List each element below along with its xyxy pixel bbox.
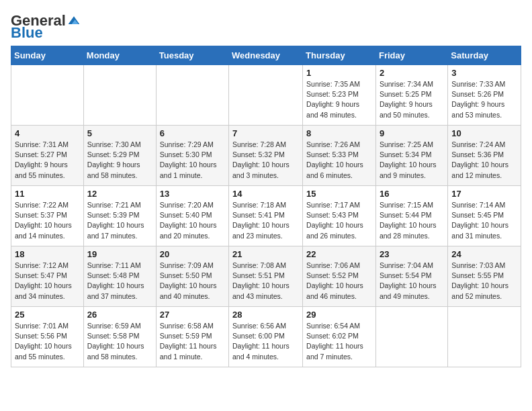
day-info: Sunrise: 6:54 AMSunset: 6:02 PMDaylight:…	[306, 321, 372, 362]
day-info: Sunrise: 7:06 AMSunset: 5:52 PMDaylight:…	[306, 261, 372, 302]
day-info: Sunrise: 7:17 AMSunset: 5:43 PMDaylight:…	[306, 200, 372, 241]
day-number: 20	[160, 249, 225, 259]
day-number: 7	[232, 128, 299, 138]
day-number: 23	[380, 249, 444, 259]
calendar-day-cell: 15Sunrise: 7:17 AMSunset: 5:43 PMDayligh…	[303, 186, 376, 246]
day-number: 10	[451, 128, 517, 138]
day-info: Sunrise: 7:11 AMSunset: 5:48 PMDaylight:…	[87, 261, 152, 302]
day-number: 16	[380, 189, 444, 199]
calendar-day-cell: 14Sunrise: 7:18 AMSunset: 5:41 PMDayligh…	[229, 186, 303, 246]
day-number: 21	[232, 249, 299, 259]
day-info: Sunrise: 7:25 AMSunset: 5:34 PMDaylight:…	[380, 140, 444, 181]
day-number: 15	[306, 189, 372, 199]
day-info: Sunrise: 7:12 AMSunset: 5:47 PMDaylight:…	[15, 261, 80, 302]
day-number: 12	[87, 189, 152, 199]
day-number: 19	[87, 249, 152, 259]
day-number: 29	[306, 310, 372, 320]
day-number: 3	[451, 68, 517, 78]
day-info: Sunrise: 7:14 AMSunset: 5:45 PMDaylight:…	[451, 200, 517, 241]
day-info: Sunrise: 7:31 AMSunset: 5:27 PMDaylight:…	[15, 140, 80, 181]
day-info: Sunrise: 7:09 AMSunset: 5:50 PMDaylight:…	[160, 261, 225, 302]
calendar-day-cell: 3Sunrise: 7:33 AMSunset: 5:26 PMDaylight…	[448, 65, 521, 126]
calendar-day-cell: 26Sunrise: 6:59 AMSunset: 5:58 PMDayligh…	[83, 307, 156, 367]
calendar-week-row: 18Sunrise: 7:12 AMSunset: 5:47 PMDayligh…	[11, 246, 521, 307]
calendar-day-cell	[229, 65, 303, 126]
day-number: 22	[306, 249, 372, 259]
calendar-day-cell	[156, 65, 228, 126]
calendar-day-cell: 2Sunrise: 7:34 AMSunset: 5:25 PMDaylight…	[375, 65, 447, 126]
calendar-day-cell: 5Sunrise: 7:30 AMSunset: 5:29 PMDaylight…	[83, 126, 156, 186]
calendar-body: 1Sunrise: 7:35 AMSunset: 5:23 PMDaylight…	[11, 65, 521, 367]
calendar-day-cell: 11Sunrise: 7:22 AMSunset: 5:37 PMDayligh…	[11, 186, 84, 246]
day-info: Sunrise: 7:18 AMSunset: 5:41 PMDaylight:…	[232, 200, 299, 241]
day-info: Sunrise: 7:35 AMSunset: 5:23 PMDaylight:…	[306, 79, 372, 120]
day-number: 4	[15, 128, 80, 138]
calendar-day-cell: 20Sunrise: 7:09 AMSunset: 5:50 PMDayligh…	[156, 246, 228, 307]
day-info: Sunrise: 7:28 AMSunset: 5:32 PMDaylight:…	[232, 140, 299, 181]
calendar-day-cell: 23Sunrise: 7:04 AMSunset: 5:54 PMDayligh…	[375, 246, 447, 307]
weekday-header-row: SundayMondayTuesdayWednesdayThursdayFrid…	[11, 46, 521, 65]
calendar-day-cell: 9Sunrise: 7:25 AMSunset: 5:34 PMDaylight…	[375, 126, 447, 186]
weekday-header-cell: Wednesday	[229, 46, 303, 65]
calendar-day-cell: 25Sunrise: 7:01 AMSunset: 5:56 PMDayligh…	[11, 307, 84, 367]
day-info: Sunrise: 6:59 AMSunset: 5:58 PMDaylight:…	[87, 321, 152, 362]
weekday-header-cell: Thursday	[303, 46, 376, 65]
day-info: Sunrise: 7:08 AMSunset: 5:51 PMDaylight:…	[232, 261, 299, 302]
day-info: Sunrise: 7:34 AMSunset: 5:25 PMDaylight:…	[380, 79, 444, 120]
calendar-day-cell: 4Sunrise: 7:31 AMSunset: 5:27 PMDaylight…	[11, 126, 84, 186]
calendar-day-cell	[83, 65, 156, 126]
calendar-day-cell: 10Sunrise: 7:24 AMSunset: 5:36 PMDayligh…	[448, 126, 521, 186]
weekday-header-cell: Friday	[375, 46, 447, 65]
day-number: 14	[232, 189, 299, 199]
weekday-header-cell: Tuesday	[156, 46, 228, 65]
day-info: Sunrise: 7:26 AMSunset: 5:33 PMDaylight:…	[306, 140, 372, 181]
day-number: 17	[451, 189, 517, 199]
day-info: Sunrise: 7:24 AMSunset: 5:36 PMDaylight:…	[451, 140, 517, 181]
day-info: Sunrise: 7:03 AMSunset: 5:55 PMDaylight:…	[451, 261, 517, 302]
calendar-day-cell: 12Sunrise: 7:21 AMSunset: 5:39 PMDayligh…	[83, 186, 156, 246]
day-info: Sunrise: 7:15 AMSunset: 5:44 PMDaylight:…	[380, 200, 444, 241]
day-info: Sunrise: 7:33 AMSunset: 5:26 PMDaylight:…	[451, 79, 517, 120]
calendar-day-cell: 17Sunrise: 7:14 AMSunset: 5:45 PMDayligh…	[448, 186, 521, 246]
calendar-day-cell: 16Sunrise: 7:15 AMSunset: 5:44 PMDayligh…	[375, 186, 447, 246]
calendar-week-row: 11Sunrise: 7:22 AMSunset: 5:37 PMDayligh…	[11, 186, 521, 246]
calendar-day-cell: 19Sunrise: 7:11 AMSunset: 5:48 PMDayligh…	[83, 246, 156, 307]
day-info: Sunrise: 7:20 AMSunset: 5:40 PMDaylight:…	[160, 200, 225, 241]
calendar-day-cell: 1Sunrise: 7:35 AMSunset: 5:23 PMDaylight…	[303, 65, 376, 126]
day-info: Sunrise: 7:30 AMSunset: 5:29 PMDaylight:…	[87, 140, 152, 181]
calendar-day-cell: 27Sunrise: 6:58 AMSunset: 5:59 PMDayligh…	[156, 307, 228, 367]
calendar-day-cell: 29Sunrise: 6:54 AMSunset: 6:02 PMDayligh…	[303, 307, 376, 367]
weekday-header-cell: Saturday	[448, 46, 521, 65]
logo-icon	[67, 14, 81, 28]
day-number: 26	[87, 310, 152, 320]
calendar-day-cell: 6Sunrise: 7:29 AMSunset: 5:30 PMDaylight…	[156, 126, 228, 186]
day-number: 25	[15, 310, 80, 320]
calendar-day-cell	[448, 307, 521, 367]
day-info: Sunrise: 6:58 AMSunset: 5:59 PMDaylight:…	[160, 321, 225, 362]
day-number: 11	[15, 189, 80, 199]
day-number: 27	[160, 310, 225, 320]
calendar-day-cell: 21Sunrise: 7:08 AMSunset: 5:51 PMDayligh…	[229, 246, 303, 307]
calendar-day-cell: 13Sunrise: 7:20 AMSunset: 5:40 PMDayligh…	[156, 186, 228, 246]
day-number: 2	[380, 68, 444, 78]
weekday-header-cell: Sunday	[11, 46, 84, 65]
calendar-day-cell: 7Sunrise: 7:28 AMSunset: 5:32 PMDaylight…	[229, 126, 303, 186]
day-info: Sunrise: 7:04 AMSunset: 5:54 PMDaylight:…	[380, 261, 444, 302]
calendar-day-cell: 18Sunrise: 7:12 AMSunset: 5:47 PMDayligh…	[11, 246, 84, 307]
calendar-week-row: 25Sunrise: 7:01 AMSunset: 5:56 PMDayligh…	[11, 307, 521, 367]
calendar-day-cell: 28Sunrise: 6:56 AMSunset: 6:00 PMDayligh…	[229, 307, 303, 367]
calendar-day-cell: 24Sunrise: 7:03 AMSunset: 5:55 PMDayligh…	[448, 246, 521, 307]
weekday-header-cell: Monday	[83, 46, 156, 65]
day-info: Sunrise: 7:29 AMSunset: 5:30 PMDaylight:…	[160, 140, 225, 181]
day-number: 5	[87, 128, 152, 138]
calendar-day-cell	[11, 65, 84, 126]
day-number: 13	[160, 189, 225, 199]
logo: General Blue	[11, 13, 81, 40]
day-info: Sunrise: 7:22 AMSunset: 5:37 PMDaylight:…	[15, 200, 80, 241]
calendar-day-cell	[375, 307, 447, 367]
day-number: 28	[232, 310, 299, 320]
calendar-week-row: 4Sunrise: 7:31 AMSunset: 5:27 PMDaylight…	[11, 126, 521, 186]
day-number: 24	[451, 249, 517, 259]
day-number: 9	[380, 128, 444, 138]
day-number: 18	[15, 249, 80, 259]
